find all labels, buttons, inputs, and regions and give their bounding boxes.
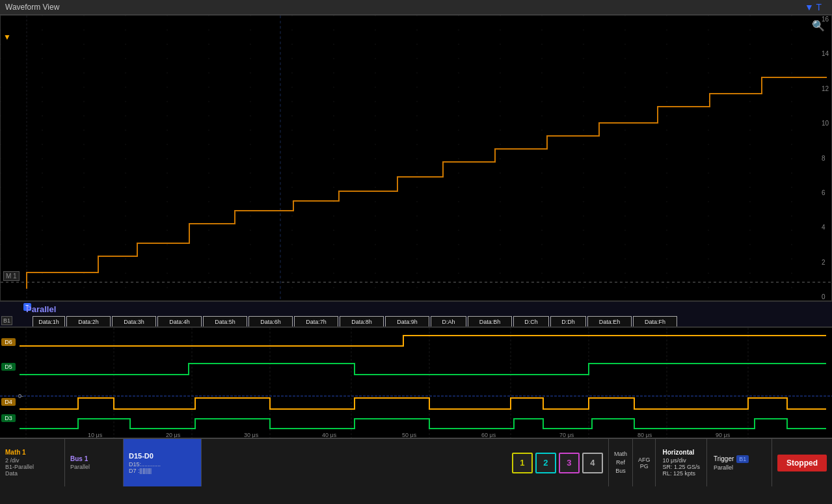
- bus-seg-9[interactable]: D:Ah: [431, 316, 466, 327]
- bus-seg-2[interactable]: Data:3h: [112, 316, 156, 327]
- digital-waveforms: 10 μs 20 μs 30 μs 40 μs 50 μs 60 μs 70 μ…: [0, 328, 832, 438]
- svg-rect-9: [1, 16, 831, 300]
- bus1-title: Bus 1: [70, 455, 118, 462]
- spacer: [202, 439, 507, 486]
- b1-label: B1: [1, 316, 12, 325]
- bus1-panel[interactable]: Bus 1 Parallel: [65, 439, 124, 486]
- waveform-title: Waveform View: [5, 3, 59, 12]
- ch1-button[interactable]: 1: [512, 453, 533, 473]
- ref-btn[interactable]: Ref: [616, 459, 625, 466]
- ch3-button[interactable]: 3: [559, 453, 580, 473]
- svg-text:30 μs: 30 μs: [244, 432, 259, 438]
- math1-line3: Data: [5, 470, 59, 477]
- bus-seg-4[interactable]: Data:5h: [203, 316, 247, 327]
- bus-seg-10[interactable]: Data:Bh: [468, 316, 512, 327]
- digital-area: 10 μs 20 μs 30 μs 40 μs 50 μs 60 μs 70 μ…: [0, 327, 832, 438]
- d15d0-line2: D7 :||||||||: [129, 468, 196, 474]
- svg-text:40 μs: 40 μs: [322, 432, 337, 438]
- stopped-button[interactable]: Stopped: [777, 455, 827, 471]
- math1-panel[interactable]: Math 1 2 /div B1-Parallel Data: [0, 439, 65, 486]
- d15d0-panel[interactable]: D15-D0 D15:............ D7 :||||||||: [124, 439, 202, 486]
- svg-text:70 μs: 70 μs: [559, 432, 574, 438]
- horizontal-title: Horizontal: [662, 449, 700, 456]
- svg-text:80 μs: 80 μs: [637, 432, 652, 438]
- svg-text:20 μs: 20 μs: [166, 432, 181, 438]
- trigger-value: Parallel: [714, 464, 765, 471]
- horizontal-div: 10 μs/div: [662, 457, 700, 464]
- math-btn[interactable]: Math: [614, 451, 627, 458]
- channel-buttons: 1 2 3 4: [507, 439, 609, 486]
- status-bar: Math 1 2 /div B1-Parallel Data Bus 1 Par…: [0, 438, 832, 486]
- bus-segments: Data:1h Data:2h Data:3h Data:4h Data:5h …: [33, 316, 832, 327]
- bus-seg-5[interactable]: Data:6h: [248, 316, 293, 327]
- math1-line1: 2 /div: [5, 457, 59, 464]
- math1-title: Math 1: [5, 449, 59, 456]
- horizontal-panel[interactable]: Horizontal 10 μs/div SR: 1.25 GS/s RL: 1…: [656, 439, 707, 486]
- afg-btn[interactable]: AFG: [638, 457, 651, 463]
- horizontal-sr: SR: 1.25 GS/s: [662, 464, 700, 470]
- bus-seg-12[interactable]: D:Dh: [550, 316, 586, 327]
- waveform-grid: [1, 16, 831, 300]
- title-bar: Waveform View ▼ T: [0, 0, 832, 15]
- d-zero-label: 0-: [18, 393, 23, 399]
- bus-decode-area: T Parallel B1 Data:1h Data:2h Data:3h Da…: [0, 301, 832, 327]
- bus1-value: Parallel: [70, 464, 118, 470]
- trigger-b1-badge: B1: [736, 455, 749, 463]
- bus-seg-3[interactable]: Data:4h: [157, 316, 202, 327]
- bus-btn[interactable]: Bus: [615, 468, 626, 475]
- trigger-top-marker: ▼ T: [805, 2, 822, 12]
- bus-seg-14[interactable]: Data:Fh: [633, 316, 677, 327]
- d4-tag[interactable]: D4: [1, 398, 16, 406]
- bus-seg-7[interactable]: Data:8h: [340, 316, 384, 327]
- svg-text:90 μs: 90 μs: [716, 432, 731, 438]
- pg-btn[interactable]: PG: [640, 463, 649, 470]
- svg-text:60 μs: 60 μs: [481, 432, 496, 438]
- svg-rect-13: [0, 328, 832, 438]
- afg-pg-panel[interactable]: AFG PG: [633, 439, 656, 486]
- bus-seg-1[interactable]: Data:2h: [66, 316, 111, 327]
- bus-seg-11[interactable]: D:Ch: [513, 316, 549, 327]
- d3-tag[interactable]: D3: [1, 414, 16, 422]
- trigger-title-row: Trigger B1: [714, 455, 765, 463]
- svg-text:50 μs: 50 μs: [402, 432, 417, 438]
- trigger-panel[interactable]: Trigger B1 Parallel: [707, 439, 772, 486]
- m1-label: M 1: [3, 271, 20, 281]
- zoom-icon[interactable]: 🔍: [812, 20, 825, 32]
- bus-seg-0[interactable]: Data:1h: [33, 316, 65, 327]
- math-ref-bus-panel[interactable]: Math Ref Bus: [609, 439, 633, 486]
- d6-tag[interactable]: D6: [1, 338, 16, 346]
- bus-seg-8[interactable]: Data:9h: [385, 316, 429, 327]
- d15d0-title: D15-D0: [129, 452, 196, 460]
- trigger-label: Trigger: [714, 455, 734, 462]
- bus-parallel-label: Parallel: [26, 304, 56, 314]
- d5-tag[interactable]: D5: [1, 363, 16, 371]
- bus-seg-6[interactable]: Data:7h: [294, 316, 338, 327]
- orange-trigger-marker: ▼: [3, 33, 11, 42]
- ch4-button[interactable]: 4: [582, 453, 603, 473]
- ch2-button[interactable]: 2: [535, 453, 556, 473]
- math1-line2: B1-Parallel: [5, 464, 59, 470]
- horizontal-rl: RL: 125 kpts: [662, 470, 700, 477]
- bus-seg-13[interactable]: Data:Eh: [587, 316, 632, 327]
- main-waveform: 16 14 12 10 8 6 4 2 0 M 1 🔍 ▼: [0, 15, 832, 301]
- d15d0-line1: D15:............: [129, 461, 196, 468]
- svg-text:10 μs: 10 μs: [88, 432, 103, 438]
